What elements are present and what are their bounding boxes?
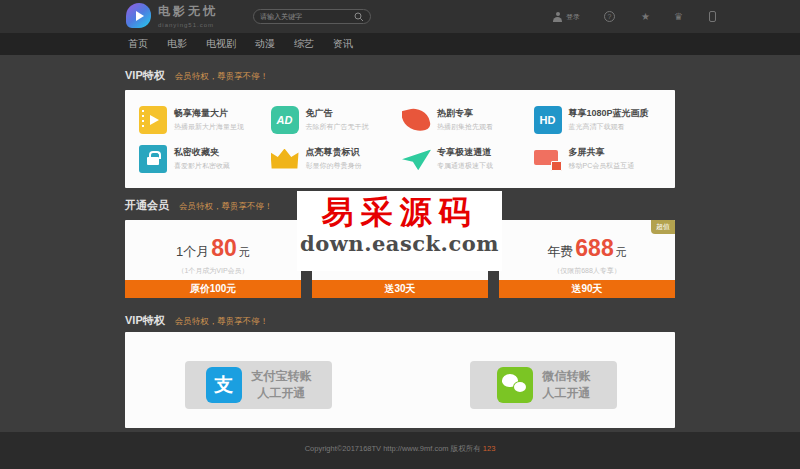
hd-glyph: HD	[540, 114, 556, 126]
feature-title: 私密收藏夹	[174, 146, 230, 159]
feature-fast-lane: 专享极速通道 专属通道极速下载	[402, 139, 530, 178]
copyright-text: Copyright©2017168TV http://www.9mf.com 版…	[305, 444, 481, 453]
feature-hd-quality: HD 尊享1080P蓝光画质 蓝光高清下载观看	[534, 100, 662, 139]
header-actions: 登录	[553, 0, 716, 33]
pricing-title: 开通会员	[125, 198, 169, 213]
plan-yearly-button[interactable]: 送90天	[499, 280, 675, 298]
top-header: 电影无忧 dianying51.com 登录	[0, 0, 800, 33]
feature-movies: 畅享海量大片 热播最新大片海量呈现	[139, 100, 267, 139]
film-icon	[139, 106, 167, 134]
plan-name: 年费	[547, 244, 573, 259]
folder-lock-icon	[139, 145, 167, 173]
feature-desc: 去除所有广告无干扰	[306, 122, 369, 132]
plan-badge: 超值	[651, 220, 675, 234]
crown-icon	[271, 149, 299, 169]
watermark-url: down.easck.com	[297, 231, 502, 256]
payment-subtitle: 会员特权，尊贵享不停！	[175, 316, 269, 328]
feature-title: 点亮尊贵标识	[306, 146, 362, 159]
payment-title: VIP特权	[125, 313, 165, 328]
favorites-star-icon[interactable]	[641, 11, 650, 22]
login-link[interactable]: 登录	[566, 12, 580, 22]
ad-icon: AD	[271, 106, 299, 134]
site-domain: dianying51.com	[158, 22, 218, 28]
features-subtitle: 会员特权，尊贵享不停！	[175, 71, 269, 83]
plan-name: 1个月	[176, 244, 209, 259]
vip-crown-icon[interactable]	[674, 11, 683, 22]
wechat-label-line2: 人工开通	[543, 385, 591, 402]
features-section-header: VIP特权 会员特权，尊贵享不停！	[125, 68, 268, 83]
feature-vip-badge: 点亮尊贵标识 彰显你的尊贵身份	[271, 139, 399, 178]
plan-unit: 元	[239, 246, 250, 258]
feature-title: 尊享1080P蓝光画质	[569, 107, 649, 120]
pricing-section-header: 开通会员 会员特权，尊贵享不停！	[125, 198, 273, 213]
alipay-glyph: 支	[214, 372, 233, 398]
hd-icon: HD	[534, 106, 562, 134]
nav-item-movies[interactable]: 电影	[167, 37, 187, 51]
watermark-text: 易采源码	[297, 194, 502, 231]
wechat-icon	[497, 367, 533, 403]
pricing-subtitle: 会员特权，尊贵享不停！	[179, 201, 273, 213]
plan-monthly-button[interactable]: 原价100元	[125, 280, 301, 298]
features-card: 畅享海量大片 热播最新大片海量呈现 AD 免广告 去除所有广告无干扰 热剧专享 …	[125, 90, 675, 188]
footer-link[interactable]: 123	[483, 444, 496, 453]
mobile-app-icon[interactable]	[709, 11, 716, 22]
plan-monthly: 1个月80元 （1个月成为VIP会员） 原价100元	[125, 220, 301, 298]
alipay-label-line1: 支付宝转账	[252, 368, 312, 385]
feature-title: 畅享海量大片	[174, 107, 244, 120]
feature-multi-screen: 多屏共享 移动PC会员权益互通	[534, 139, 662, 178]
wechat-label-line1: 微信转账	[543, 368, 591, 385]
alipay-icon: 支	[206, 367, 242, 403]
plan-price: 688	[573, 235, 615, 261]
feature-private-favorites: 私密收藏夹 喜爱影片私密收藏	[139, 139, 267, 178]
feature-desc: 热播剧集抢先观看	[437, 122, 493, 132]
site-logo[interactable]: 电影无忧 dianying51.com	[126, 3, 218, 28]
plan-price: 80	[209, 235, 239, 261]
leaf-icon	[402, 105, 432, 135]
plan-yearly: 超值 年费688元 （仅限前688人专享） 送90天	[499, 220, 675, 298]
main-nav: 首页 电影 电视剧 动漫 综艺 资讯	[0, 33, 800, 55]
wechat-payment-button[interactable]: 微信转账 人工开通	[470, 361, 617, 409]
plan-note: （仅限前688人专享）	[499, 266, 675, 276]
plan-quarterly-button[interactable]: 送30天	[312, 280, 488, 298]
feature-desc: 蓝光高清下载观看	[569, 122, 649, 132]
alipay-payment-button[interactable]: 支 支付宝转账 人工开通	[185, 361, 332, 409]
feature-exclusive-dramas: 热剧专享 热播剧集抢先观看	[402, 100, 530, 139]
screens-icon	[534, 145, 562, 173]
feature-desc: 移动PC会员权益互通	[569, 161, 635, 171]
feature-desc: 专属通道极速下载	[437, 161, 493, 171]
logo-play-icon	[126, 3, 151, 28]
nav-item-home[interactable]: 首页	[128, 37, 148, 51]
feature-title: 热剧专享	[437, 107, 493, 120]
plan-unit: 元	[616, 246, 627, 258]
site-title: 电影无忧	[158, 3, 218, 20]
user-icon[interactable]	[553, 12, 562, 22]
search-box[interactable]	[253, 9, 371, 24]
search-input[interactable]	[260, 13, 354, 20]
page-footer: Copyright©2017168TV http://www.9mf.com 版…	[0, 432, 800, 469]
nav-item-tv[interactable]: 电视剧	[206, 37, 236, 51]
nav-item-news[interactable]: 资讯	[333, 37, 353, 51]
ad-glyph: AD	[277, 114, 293, 126]
page: 电影无忧 dianying51.com 登录 首页 电影 电视剧	[0, 0, 800, 469]
feature-title: 免广告	[306, 107, 369, 120]
features-title: VIP特权	[125, 68, 165, 83]
help-icon[interactable]	[604, 11, 615, 22]
feature-no-ads: AD 免广告 去除所有广告无干扰	[271, 100, 399, 139]
nav-item-anime[interactable]: 动漫	[255, 37, 275, 51]
paper-plane-icon	[402, 146, 431, 171]
alipay-label-line2: 人工开通	[252, 385, 312, 402]
feature-title: 多屏共享	[569, 146, 635, 159]
feature-desc: 热播最新大片海量呈现	[174, 122, 244, 132]
nav-item-variety[interactable]: 综艺	[294, 37, 314, 51]
feature-title: 专享极速通道	[437, 146, 493, 159]
payment-card: 支 支付宝转账 人工开通 微信转账 人工开通	[125, 332, 675, 428]
search-icon[interactable]	[354, 12, 364, 22]
feature-desc: 彰显你的尊贵身份	[306, 161, 362, 171]
feature-desc: 喜爱影片私密收藏	[174, 161, 230, 171]
payment-section-header: VIP特权 会员特权，尊贵享不停！	[125, 313, 268, 328]
watermark-overlay: 易采源码 down.easck.com	[297, 191, 502, 271]
plan-note: （1个月成为VIP会员）	[125, 266, 301, 276]
